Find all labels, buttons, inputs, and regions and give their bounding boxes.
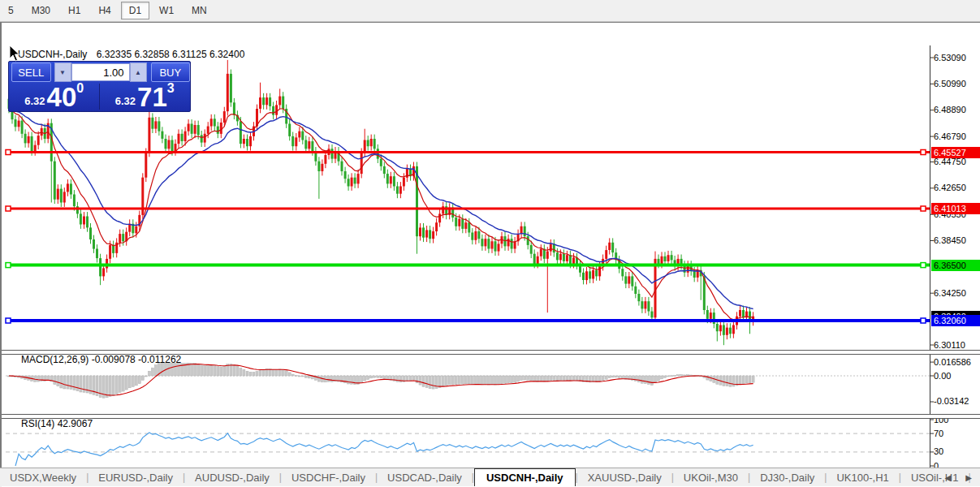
macd-histogram	[8, 363, 755, 399]
buy-price[interactable]: 6.32 71 3	[100, 83, 191, 111]
tab-scroll-left-icon[interactable]: ◀	[945, 473, 952, 482]
period-button-D1[interactable]: D1	[121, 2, 149, 19]
ma-fast-line	[9, 109, 753, 320]
volume-input[interactable]: 1.00	[71, 63, 130, 81]
volume-increase-button[interactable]: ▲	[130, 62, 147, 82]
rsi-scale-label: 30	[934, 446, 980, 456]
rsi-line	[15, 433, 753, 466]
macd-scale-label: -0.03142	[934, 396, 980, 406]
period-button-W1[interactable]: W1	[151, 2, 182, 19]
sell-price-handle: 6.32	[24, 95, 45, 107]
rsi-scale-label: 70	[934, 429, 980, 438]
sell-price[interactable]: 6.32 40 0	[9, 83, 100, 111]
volume-decrease-button[interactable]: ▼	[54, 62, 71, 82]
macd-label: MACD(12,26,9) -0.009078 -0.011262	[21, 354, 181, 365]
price-axis-label: 6.38450	[934, 235, 980, 245]
price-axis-label: 6.34250	[934, 288, 980, 298]
chart-tab-bar: USDX,Weekly|EURUSD-,Daily|AUDUSD-,Daily|…	[0, 468, 980, 486]
price-axis-label: 6.50990	[934, 79, 980, 88]
chart-window[interactable]: USDCNH-,Daily 6.32335 6.32858 6.31125 6.…	[0, 22, 980, 487]
buy-price-point: 3	[167, 81, 175, 96]
chart-tab-UKOil-M30[interactable]: UKOil-,M30	[674, 469, 748, 486]
price-axis-label: 6.42650	[934, 183, 980, 192]
chart-title: USDCNH-,Daily 6.32335 6.32858 6.31125 6.…	[18, 49, 244, 60]
price-axis-border	[930, 45, 930, 473]
rsi-label: RSI(14) 42.9067	[21, 418, 93, 429]
chart-tab-USDCNH-Daily[interactable]: USDCNH-,Daily	[474, 468, 576, 486]
chart-tab-USDX-Weekly[interactable]: USDX,Weekly	[0, 469, 86, 486]
price-line-label: 6.36500	[931, 260, 980, 271]
price-axis-label: 6.48890	[934, 105, 980, 114]
buy-button[interactable]: BUY	[151, 62, 191, 82]
chart-tab-AUDUSD-Daily[interactable]: AUDUSD-,Daily	[185, 469, 279, 486]
sell-button[interactable]: SELL	[11, 62, 51, 82]
period-button-5[interactable]: 5	[0, 2, 22, 19]
macd-scale-label: 0.016586	[934, 357, 980, 367]
chart-tab-UK100-H1[interactable]: UK100-,H1	[827, 469, 898, 486]
price-line-label: 6.32060	[931, 315, 980, 326]
ohlc-quotes: 6.32335 6.32858 6.31125 6.32400	[97, 49, 245, 60]
period-button-H1[interactable]: H1	[60, 2, 89, 19]
price-axis-label: 6.30110	[934, 340, 980, 350]
sell-price-point: 0	[76, 81, 84, 96]
tab-scroll-right-icon[interactable]: ▶	[965, 473, 972, 482]
chart-tab-USDCHF-Daily[interactable]: USDCHF-,Daily	[282, 469, 375, 486]
symbol-name: USDCNH-,Daily	[18, 49, 87, 60]
chart-tab-USDCAD-Daily[interactable]: USDCAD-,Daily	[378, 469, 472, 486]
one-click-trading-panel: SELL ▼ 1.00 ▲ BUY 6.32 40 0 6.32 71 3	[8, 61, 191, 112]
macd-scale-label: 0.00	[934, 371, 980, 381]
period-button-M30[interactable]: M30	[24, 2, 58, 19]
timeframe-toolbar: 5M30H1H4D1W1MN	[0, 0, 980, 22]
chart-tab-EURUSD-Daily[interactable]: EURUSD-,Daily	[89, 469, 183, 486]
price-line-label: 6.41013	[931, 203, 980, 214]
mouse-cursor-icon	[5, 45, 23, 64]
price-axis-label: 6.46790	[934, 131, 980, 141]
price-axis-label: 6.44750	[934, 157, 980, 166]
sell-price-pips: 40	[47, 85, 77, 110]
buy-price-pips: 71	[137, 85, 167, 110]
buy-price-handle: 6.32	[115, 95, 136, 107]
price-axis-label: 6.53090	[934, 53, 980, 62]
period-button-H4[interactable]: H4	[90, 2, 119, 19]
period-button-MN[interactable]: MN	[183, 2, 215, 19]
rsi-panel-separator[interactable]	[2, 414, 980, 419]
price-line-label: 6.45527	[931, 147, 980, 158]
chart-tab-XAUUSD-Daily[interactable]: XAUUSD-,Daily	[578, 469, 671, 486]
chart-tab-DJ30-Daily[interactable]: DJ30-,Daily	[750, 469, 824, 486]
